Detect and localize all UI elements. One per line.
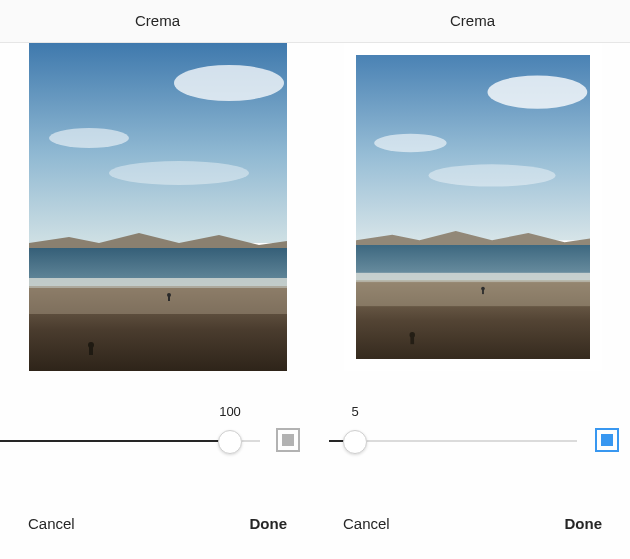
filter-name-label: Crema [135, 12, 180, 29]
footer-bar: Cancel Done [315, 487, 630, 559]
slider-track-empty [355, 440, 577, 442]
filter-name-header: Crema [315, 0, 630, 43]
svg-point-2 [49, 128, 129, 148]
svg-point-14 [374, 134, 447, 153]
beach-photo [356, 55, 590, 359]
done-button[interactable]: Done [250, 515, 288, 532]
intensity-slider-area: 5 [315, 388, 630, 488]
done-button[interactable]: Done [565, 515, 603, 532]
svg-rect-23 [410, 335, 414, 344]
beach-photo [29, 43, 287, 371]
svg-point-3 [109, 161, 249, 185]
svg-point-15 [428, 164, 555, 186]
cancel-button[interactable]: Cancel [28, 515, 75, 532]
svg-rect-19 [356, 280, 590, 306]
intensity-slider-area: 100 [0, 388, 315, 488]
photo-preview-framed[interactable] [344, 43, 602, 371]
frame-toggle-button[interactable] [276, 428, 300, 452]
intensity-value: 100 [219, 404, 241, 419]
slider-track-filled [0, 440, 230, 442]
svg-point-1 [174, 65, 284, 101]
filter-edit-panel-right: Crema [315, 0, 630, 559]
footer-bar: Cancel Done [0, 487, 315, 559]
svg-rect-9 [168, 295, 170, 301]
svg-rect-7 [29, 286, 287, 314]
intensity-slider-thumb[interactable] [218, 430, 242, 454]
intensity-value: 5 [351, 404, 358, 419]
svg-rect-21 [482, 288, 484, 294]
photo-preview-area [315, 43, 630, 388]
filter-name-header: Crema [0, 0, 315, 43]
cancel-button[interactable]: Cancel [343, 515, 390, 532]
frame-icon [595, 428, 619, 452]
filter-name-label: Crema [450, 12, 495, 29]
filter-edit-panel-left: Crema [0, 0, 315, 559]
photo-preview-area [0, 43, 315, 388]
svg-point-13 [487, 75, 587, 108]
photo-preview[interactable] [29, 43, 287, 371]
frame-toggle-button[interactable] [595, 428, 619, 452]
svg-rect-11 [89, 345, 93, 355]
intensity-slider-thumb[interactable] [343, 430, 367, 454]
frame-icon [276, 428, 300, 452]
